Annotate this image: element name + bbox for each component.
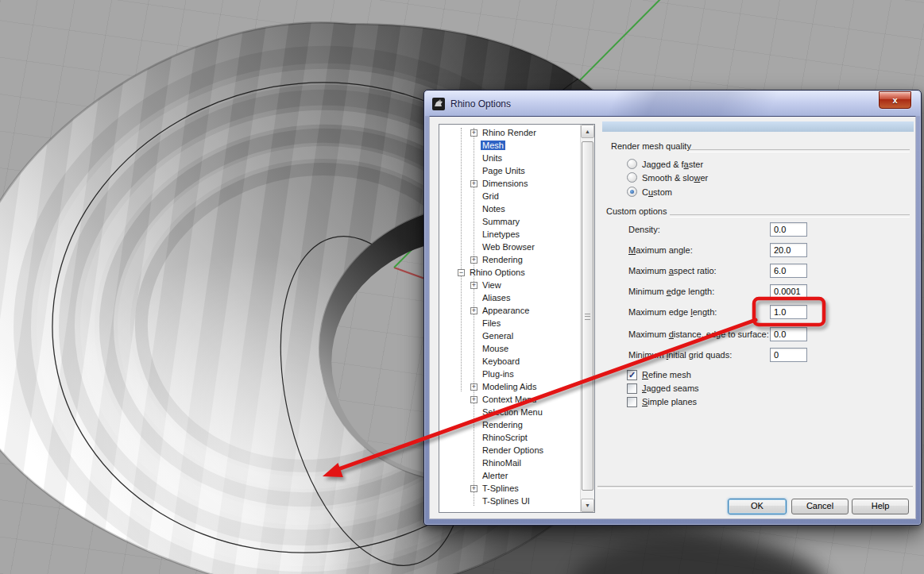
tree-item[interactable]: Aliases	[439, 291, 580, 304]
radio-option[interactable]: Jagged & faster	[627, 158, 703, 170]
tree-item-label: Modeling Aids	[481, 382, 539, 391]
tree-item[interactable]: Plug-ins	[439, 368, 580, 380]
tree-item[interactable]: Units	[439, 152, 580, 164]
custom-group-label: Custom options	[606, 206, 667, 216]
tree-item-label: Rhino Options	[468, 268, 527, 277]
label-text: dge length:	[671, 287, 714, 296]
tree-item[interactable]: +T-Splines	[439, 482, 580, 495]
tree-item[interactable]: Rendering	[439, 418, 580, 431]
expand-icon[interactable]: +	[470, 307, 477, 314]
field-input[interactable]	[770, 264, 807, 278]
tree-item-label: Context Menu	[481, 395, 538, 404]
label-text: Minimum	[628, 287, 667, 296]
tree-item[interactable]: +View	[439, 279, 580, 291]
expand-icon[interactable]: +	[470, 485, 477, 492]
expand-icon[interactable]: −	[458, 269, 465, 276]
checkbox-option[interactable]: Jagged seams	[627, 383, 699, 394]
scroll-down-icon[interactable]: ▼	[581, 499, 594, 512]
expand-icon[interactable]: +	[470, 256, 477, 264]
tree-item[interactable]: Web Browser	[439, 241, 580, 253]
label-text: Minimum	[628, 350, 667, 360]
tree-item[interactable]: +Modeling Aids	[439, 380, 580, 393]
quality-group-label: Render mesh quality	[611, 141, 691, 151]
cancel-button[interactable]: Cancel	[791, 499, 849, 514]
button-row-divider	[597, 486, 913, 489]
label-text: C	[642, 187, 648, 197]
tree-item[interactable]: −Rhino Options	[439, 266, 580, 279]
radio-icon[interactable]	[627, 159, 637, 169]
tree-item[interactable]: Notes	[439, 202, 580, 215]
options-tree[interactable]: +Rhino RenderMeshUnitsPage Units+Dimensi…	[439, 124, 595, 513]
label-text: Smooth & slo	[642, 173, 694, 183]
tree-item-label: Summary	[481, 217, 521, 226]
expand-icon[interactable]: +	[470, 383, 477, 391]
tree-item[interactable]: RhinoScript	[439, 431, 580, 444]
field-label: Maximum edge length:	[628, 307, 717, 317]
close-icon[interactable]: x	[879, 91, 911, 109]
tree-item[interactable]: Alerter	[439, 469, 580, 482]
checkbox-icon[interactable]: ✓	[627, 370, 637, 380]
tree-item-label: General	[481, 331, 515, 341]
tree-item[interactable]: +Rhino Render	[439, 126, 580, 139]
tree-item[interactable]: RhinoMail	[439, 457, 580, 469]
field-input[interactable]	[770, 222, 807, 237]
checkbox-option[interactable]: Simple planes	[627, 396, 697, 407]
radio-option[interactable]: Custom	[627, 186, 672, 198]
help-button[interactable]: Help	[852, 499, 909, 514]
tree-item[interactable]: Keyboard	[439, 355, 580, 368]
radio-label: Custom	[642, 187, 672, 197]
tree-item[interactable]: +Dimensions	[439, 177, 580, 190]
rhino-app-icon	[432, 98, 445, 110]
field-input[interactable]	[770, 305, 807, 319]
tree-item-label: Mesh	[481, 141, 505, 150]
radio-option[interactable]: Smooth & slower	[627, 171, 708, 183]
tree-item[interactable]: Selection Menu	[439, 406, 580, 418]
label-text: Density:	[628, 225, 660, 234]
tree-item[interactable]: Files	[439, 317, 580, 329]
expand-icon[interactable]: +	[470, 396, 477, 403]
tree-item-label: Aliases	[481, 293, 512, 302]
radio-icon[interactable]	[627, 172, 637, 183]
field-input[interactable]	[770, 243, 807, 257]
dialog-client-area: +Rhino RenderMeshUnitsPage Units+Dimensi…	[429, 116, 916, 519]
field-input[interactable]	[770, 284, 807, 299]
checkbox-icon[interactable]	[627, 397, 637, 407]
tree-item-label: Units	[481, 153, 504, 163]
field-input[interactable]	[770, 327, 807, 341]
tree-item-label: Linetypes	[481, 229, 521, 239]
group-divider	[670, 214, 910, 218]
checkbox-icon[interactable]	[627, 383, 637, 394]
scroll-up-icon[interactable]: ▲	[581, 125, 594, 138]
tree-item[interactable]: T-Splines UI	[439, 495, 580, 507]
field-label: Maximum aspect ratio:	[628, 266, 717, 275]
tree-item-label: Notes	[481, 204, 507, 214]
ok-button[interactable]: OK	[728, 499, 787, 514]
tree-item[interactable]: Render Options	[439, 444, 580, 457]
expand-icon[interactable]: +	[470, 282, 477, 289]
field-label: Maximum angle:	[628, 245, 693, 255]
tree-item-label: Files	[481, 318, 502, 328]
checkbox-label: Jagged seams	[642, 383, 699, 393]
checkbox-option[interactable]: ✓Refine mesh	[627, 369, 691, 380]
expand-icon[interactable]: +	[470, 180, 477, 187]
tree-item[interactable]: Summary	[439, 215, 580, 228]
tree-scrollbar[interactable]: ▲ ▼	[580, 125, 594, 512]
expand-icon[interactable]: +	[470, 129, 477, 137]
tree-item[interactable]: Linetypes	[439, 228, 580, 241]
radio-icon[interactable]	[627, 187, 637, 197]
tree-item[interactable]: General	[439, 329, 580, 342]
scrollbar-thumb[interactable]	[582, 141, 593, 491]
tree-item[interactable]: +Context Menu	[439, 393, 580, 406]
label-text: ength:	[693, 307, 717, 317]
label-text: Maximum	[628, 266, 669, 275]
dialog-titlebar[interactable]: Rhino Options	[425, 91, 920, 116]
field-label: Density:	[628, 225, 660, 234]
tree-item-label: RhinoScript	[481, 433, 529, 442]
tree-item[interactable]: Mesh	[439, 139, 580, 152]
tree-item[interactable]: +Appearance	[439, 304, 580, 317]
tree-item[interactable]: Page Units	[439, 164, 580, 177]
tree-item[interactable]: +Rendering	[439, 253, 580, 266]
tree-item[interactable]: Mouse	[439, 342, 580, 355]
field-input[interactable]	[770, 348, 807, 362]
tree-item[interactable]: Grid	[439, 190, 580, 202]
